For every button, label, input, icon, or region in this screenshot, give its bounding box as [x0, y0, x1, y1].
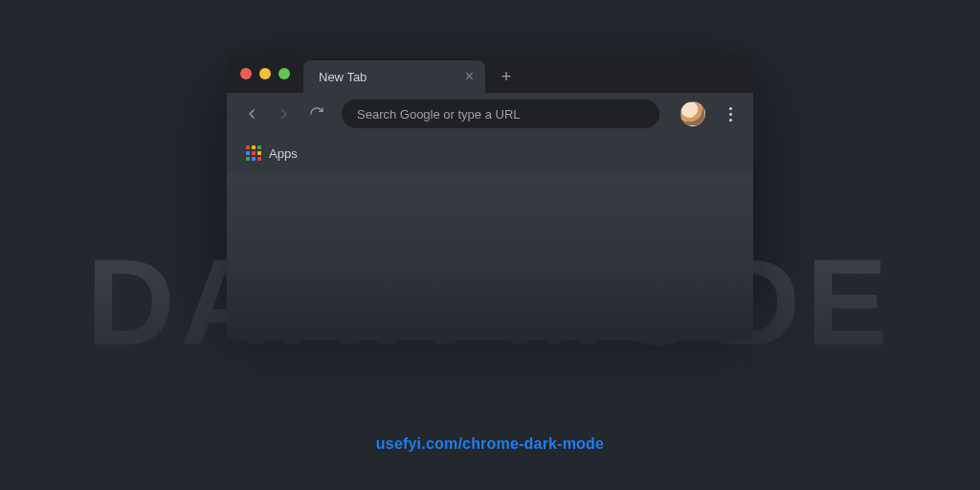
apps-label: Apps	[269, 146, 298, 161]
browser-window: New Tab × +	[227, 55, 753, 341]
close-tab-button[interactable]: ×	[465, 69, 474, 84]
omnibox[interactable]	[342, 100, 659, 128]
apps-shortcut[interactable]: Apps	[240, 142, 303, 165]
chrome-menu-button[interactable]	[719, 100, 742, 127]
toolbar	[227, 93, 753, 135]
kebab-dot-icon	[729, 107, 732, 110]
apps-grid-icon	[246, 145, 261, 161]
tab-strip: New Tab × +	[227, 55, 753, 93]
reload-icon	[309, 106, 324, 122]
kebab-dot-icon	[729, 113, 732, 116]
active-tab[interactable]: New Tab ×	[303, 60, 485, 93]
kebab-dot-icon	[729, 119, 732, 122]
new-tab-button[interactable]: +	[493, 63, 520, 90]
close-window-button[interactable]	[240, 68, 252, 79]
stage: DARK MODE New Tab × +	[0, 0, 980, 490]
reload-button[interactable]	[303, 100, 330, 127]
window-controls	[236, 55, 303, 93]
address-input[interactable]	[357, 107, 644, 122]
footer-link-row: usefyi.com/chrome-dark-mode	[0, 435, 980, 453]
arrow-right-icon	[277, 106, 292, 122]
arrow-left-icon	[244, 106, 259, 122]
source-link[interactable]: usefyi.com/chrome-dark-mode	[376, 435, 604, 452]
tab-title: New Tab	[319, 70, 367, 84]
minimize-window-button[interactable]	[259, 68, 271, 79]
page-content	[227, 171, 753, 341]
back-button[interactable]	[238, 100, 265, 127]
maximize-window-button[interactable]	[278, 68, 290, 79]
profile-avatar[interactable]	[680, 101, 705, 126]
forward-button[interactable]	[271, 100, 298, 127]
bookmarks-bar: Apps	[227, 135, 753, 171]
